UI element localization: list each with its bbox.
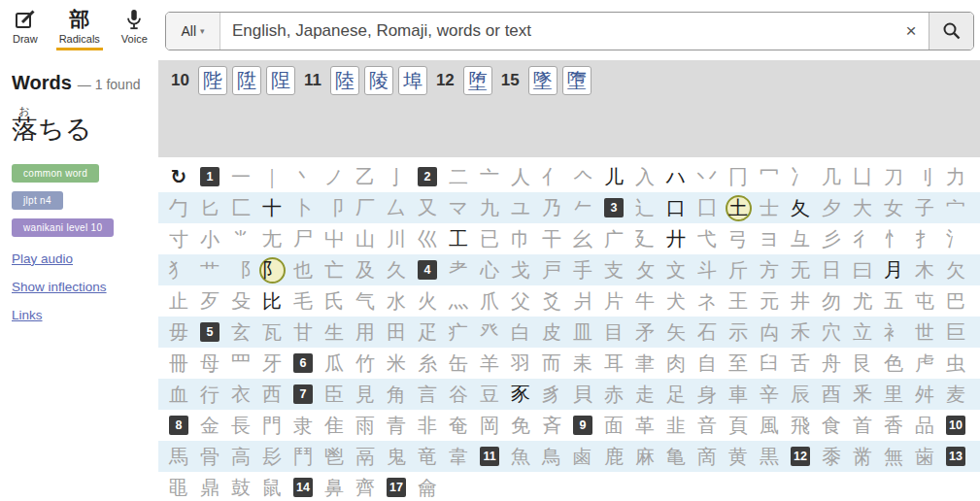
- word-tag-common-word[interactable]: common word: [12, 164, 99, 183]
- radical-disabled: 癶: [474, 317, 505, 348]
- radical-disabled: 几: [816, 161, 847, 192]
- radical-disabled: 丷: [692, 161, 723, 192]
- radical-glyph: 尤: [853, 288, 872, 315]
- radical-disabled: ⻏: [225, 254, 256, 285]
- voice-tool-button[interactable]: Voice: [118, 5, 151, 50]
- radical-disabled: 日: [816, 254, 847, 285]
- radical-glyph: 面: [604, 413, 624, 439]
- radical-glyph: 骨: [200, 444, 220, 470]
- radical-glyph: 又: [418, 195, 437, 221]
- radical-glyph: 戈: [511, 257, 530, 284]
- radicals-tool-button[interactable]: 部 Radicals: [56, 5, 103, 50]
- matched-kanji-panel: 10陛陞陧11陸陵埠12堕15墜墮: [158, 60, 980, 157]
- radical-disabled: 行: [194, 379, 225, 410]
- radical-glyph: 止: [169, 288, 188, 315]
- radical-glyph: 殳: [231, 288, 251, 315]
- radical-disabled: 角: [381, 379, 412, 410]
- matched-kanji-button[interactable]: 陵: [364, 66, 393, 95]
- radical-disabled: 艹: [194, 254, 225, 285]
- word-entry[interactable]: 落おちる: [12, 106, 158, 147]
- radical-glyph: 青: [387, 413, 406, 439]
- radical-glyph: 儿: [604, 164, 624, 190]
- radical-disabled: 罒: [225, 348, 256, 379]
- radical-available[interactable]: 夂: [785, 192, 816, 223]
- radical-glyph: 鹵: [573, 444, 592, 470]
- word-tag-jlpt-n4[interactable]: jlpt n4: [12, 191, 63, 210]
- radical-available[interactable]: 月: [878, 254, 909, 285]
- radical-glyph: 尢: [262, 226, 282, 252]
- radical-glyph: 羽: [511, 351, 530, 377]
- radical-glyph: 鬼: [387, 444, 406, 470]
- radical-disabled: 寸: [163, 223, 194, 254]
- matched-kanji-button[interactable]: 陧: [266, 66, 295, 95]
- link-links[interactable]: Links: [12, 307, 115, 324]
- radical-available[interactable]: 豕: [505, 379, 536, 410]
- radical-available[interactable]: 工: [443, 223, 474, 254]
- radical-disabled: 五: [878, 285, 909, 317]
- radical-available[interactable]: 廾: [660, 223, 692, 254]
- radical-glyph: 瓦: [262, 319, 282, 346]
- word-okurigana: ちる: [38, 115, 91, 144]
- word-tag-wanikani-level-10[interactable]: wanikani level 10: [12, 218, 114, 237]
- radical-glyph: 氵: [946, 226, 965, 252]
- matched-kanji-button[interactable]: 陛: [198, 66, 227, 95]
- radical-glyph: 彳: [853, 226, 872, 252]
- radical-disabled: ネ: [692, 285, 723, 317]
- matched-kanji-button[interactable]: 堕: [463, 66, 492, 95]
- radical-available[interactable]: ハ: [660, 161, 692, 192]
- radical-selected[interactable]: 阝: [256, 254, 287, 285]
- word-furigana: お: [12, 105, 38, 117]
- radical-disabled: 乙: [350, 161, 381, 192]
- radical-glyph: 香: [884, 413, 903, 439]
- radical-glyph: 屯: [915, 288, 934, 315]
- search-input[interactable]: [220, 13, 894, 50]
- radical-disabled: 高: [225, 441, 256, 472]
- clear-search-button[interactable]: ×: [894, 13, 929, 50]
- search-scope-dropdown[interactable]: All ▾: [166, 13, 220, 50]
- radical-glyph: 口: [666, 195, 686, 221]
- radical-available[interactable]: 十: [256, 192, 287, 223]
- matched-kanji-button[interactable]: 墜: [528, 66, 558, 95]
- radical-disabled: 非: [412, 410, 443, 441]
- link-show-inflections[interactable]: Show inflections: [12, 279, 115, 296]
- radical-available[interactable]: 口: [660, 192, 692, 223]
- matched-kanji-button[interactable]: 埠: [398, 66, 427, 95]
- radical-selected[interactable]: 土: [723, 192, 754, 223]
- radical-available[interactable]: 儿: [598, 161, 629, 192]
- radical-glyph: 禸: [760, 319, 779, 346]
- radical-disabled: 麦: [940, 379, 971, 410]
- radical-grid-row: 止歹殳比毛氏气水火灬爪父爻爿片牛犬ネ王元井勿尤五屯巴: [158, 285, 980, 317]
- radical-glyph: 川: [387, 226, 406, 252]
- radical-disabled: 臣: [319, 379, 350, 410]
- stroke-count-badge: 14: [293, 478, 313, 497]
- draw-tool-button[interactable]: Draw: [10, 5, 41, 50]
- radical-disabled: 麻: [629, 441, 660, 472]
- matched-kanji-button[interactable]: 墮: [562, 66, 591, 95]
- search-submit-button[interactable]: [929, 13, 973, 50]
- radical-disabled: 虍: [909, 348, 940, 379]
- radical-disabled: 牙: [256, 348, 287, 379]
- stroke-count-badge: 11: [480, 447, 499, 466]
- matched-kanji-button[interactable]: 陞: [232, 66, 261, 95]
- radical-disabled: 矛: [629, 317, 660, 348]
- radical-disabled: 亅: [381, 161, 412, 192]
- reset-radicals-button[interactable]: ↻: [163, 161, 194, 192]
- radical-disabled: 幺: [567, 223, 598, 254]
- link-play-audio[interactable]: Play audio: [12, 250, 115, 268]
- radical-disabled: 屮: [319, 223, 350, 254]
- radical-disabled: 血: [163, 379, 194, 410]
- radical-glyph: 色: [884, 351, 903, 377]
- radical-glyph: 隹: [324, 413, 344, 439]
- radical-disabled: 广: [598, 223, 629, 254]
- radical-disabled: 足: [660, 379, 692, 410]
- radical-glyph: 一: [231, 164, 251, 190]
- radical-glyph: 米: [387, 351, 406, 377]
- matched-kanji-button[interactable]: 陸: [330, 66, 359, 95]
- radical-disabled: ｜: [256, 161, 287, 192]
- radical-available[interactable]: 比: [256, 285, 287, 317]
- radical-glyph: 釆: [853, 382, 872, 408]
- radical-disabled: 疋: [412, 317, 443, 348]
- radical-disabled: 斉: [536, 410, 567, 441]
- radical-glyph: 革: [635, 413, 655, 439]
- stroke-badge-cell: 6: [287, 348, 319, 379]
